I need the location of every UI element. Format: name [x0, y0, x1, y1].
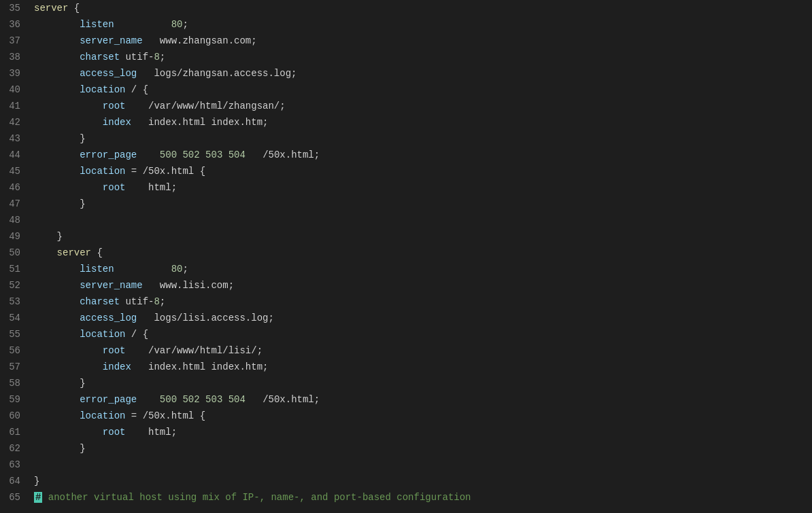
line-number: 39 — [0, 65, 34, 82]
code-line: 51 listen 80; — [0, 261, 812, 277]
line-content: index index.html index.htm; — [34, 114, 812, 130]
code-line: 57 index index.html index.htm; — [0, 359, 812, 375]
code-line: 60 location = /50x.html { — [0, 408, 812, 424]
line-content: server { — [34, 245, 812, 261]
line-content: root /var/www/html/lisi/; — [34, 342, 812, 359]
line-content: } — [34, 196, 812, 212]
line-number: 41 — [0, 98, 34, 114]
code-line: 59 error_page 500 502 503 504 /50x.html; — [0, 391, 812, 408]
code-line: 63 — [0, 457, 812, 473]
line-number: 62 — [0, 440, 34, 457]
code-line: 56 root /var/www/html/lisi/; — [0, 342, 812, 359]
line-number: 40 — [0, 82, 34, 98]
line-content: access_log logs/zhangsan.access.log; — [34, 65, 812, 82]
code-line: 37 server_name www.zhangsan.com; — [0, 33, 812, 49]
line-number: 50 — [0, 245, 34, 261]
line-number: 57 — [0, 359, 34, 375]
code-line: 65# another virtual host using mix of IP… — [0, 489, 812, 506]
line-number: 64 — [0, 473, 34, 489]
line-content: server_name www.lisi.com; — [34, 277, 812, 294]
line-number: 54 — [0, 310, 34, 326]
line-content: } — [34, 473, 812, 489]
line-number: 56 — [0, 342, 34, 359]
line-number: 45 — [0, 163, 34, 179]
line-content: location / { — [34, 326, 812, 342]
line-number: 63 — [0, 457, 34, 473]
comment-text: another virtual host using mix of IP-, n… — [42, 492, 471, 503]
code-line: 42 index index.html index.htm; — [0, 114, 812, 130]
code-line: 38 charset utif-8; — [0, 49, 812, 65]
code-line: 44 error_page 500 502 503 504 /50x.html; — [0, 147, 812, 163]
code-line: 64} — [0, 473, 812, 489]
code-line: 35server { — [0, 0, 812, 16]
line-content: charset utif-8; — [34, 294, 812, 310]
line-content — [34, 212, 812, 228]
code-line: 46 root html; — [0, 179, 812, 196]
line-number: 47 — [0, 196, 34, 212]
code-editor: 35server {36 listen 80;37 server_name ww… — [0, 0, 812, 513]
line-number: 61 — [0, 424, 34, 440]
line-number: 36 — [0, 16, 34, 33]
line-number: 38 — [0, 49, 34, 65]
code-line: 53 charset utif-8; — [0, 294, 812, 310]
line-number: 58 — [0, 375, 34, 391]
line-number: 52 — [0, 277, 34, 294]
line-content — [34, 457, 812, 473]
line-content: listen 80; — [34, 16, 812, 33]
line-number: 65 — [0, 489, 34, 506]
line-content: } — [34, 228, 812, 245]
line-content: location / { — [34, 82, 812, 98]
code-line: 50 server { — [0, 245, 812, 261]
line-number: 59 — [0, 391, 34, 408]
line-number: 48 — [0, 212, 34, 228]
line-content: index index.html index.htm; — [34, 359, 812, 375]
code-line: 54 access_log logs/lisi.access.log; — [0, 310, 812, 326]
line-number: 42 — [0, 114, 34, 130]
code-line: 47 } — [0, 196, 812, 212]
code-line: 58 } — [0, 375, 812, 391]
line-number: 35 — [0, 0, 34, 16]
line-content: root /var/www/html/zhangsan/; — [34, 98, 812, 114]
line-number: 44 — [0, 147, 34, 163]
code-line: 49 } — [0, 228, 812, 245]
line-number: 49 — [0, 228, 34, 245]
line-content: server_name www.zhangsan.com; — [34, 33, 812, 49]
line-number: 55 — [0, 326, 34, 342]
code-line: 43 } — [0, 130, 812, 147]
line-content: location = /50x.html { — [34, 163, 812, 179]
line-content: error_page 500 502 503 504 /50x.html; — [34, 147, 812, 163]
line-content: } — [34, 440, 812, 457]
code-line: 52 server_name www.lisi.com; — [0, 277, 812, 294]
line-content: listen 80; — [34, 261, 812, 277]
line-content: } — [34, 375, 812, 391]
line-content: error_page 500 502 503 504 /50x.html; — [34, 391, 812, 408]
line-number: 60 — [0, 408, 34, 424]
code-line: 62 } — [0, 440, 812, 457]
code-line: 40 location / { — [0, 82, 812, 98]
line-content: charset utif-8; — [34, 49, 812, 65]
line-content: server { — [34, 0, 812, 16]
line-number: 51 — [0, 261, 34, 277]
code-line: 45 location = /50x.html { — [0, 163, 812, 179]
comment-hash: # — [34, 492, 42, 503]
code-line: 41 root /var/www/html/zhangsan/; — [0, 98, 812, 114]
line-number: 43 — [0, 130, 34, 147]
line-content: # another virtual host using mix of IP-,… — [34, 489, 812, 506]
code-line: 55 location / { — [0, 326, 812, 342]
line-content: root html; — [34, 424, 812, 440]
line-number: 46 — [0, 179, 34, 196]
line-number: 37 — [0, 33, 34, 49]
line-content: root html; — [34, 179, 812, 196]
line-content: location = /50x.html { — [34, 408, 812, 424]
code-line: 36 listen 80; — [0, 16, 812, 33]
line-content: access_log logs/lisi.access.log; — [34, 310, 812, 326]
line-content: } — [34, 130, 812, 147]
code-line: 61 root html; — [0, 424, 812, 440]
code-line: 39 access_log logs/zhangsan.access.log; — [0, 65, 812, 82]
line-number: 53 — [0, 294, 34, 310]
code-line: 48 — [0, 212, 812, 228]
